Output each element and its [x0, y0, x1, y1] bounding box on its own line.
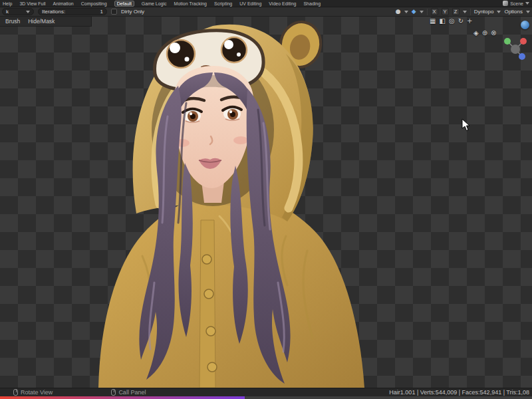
divider	[470, 9, 471, 15]
matcap-icon[interactable]: ◎	[449, 18, 455, 25]
chevron-down-icon	[26, 11, 30, 13]
rotate-icon[interactable]: ↻	[458, 18, 464, 25]
rotate-view-hint: Rotate View	[21, 389, 53, 396]
viewport-shading-sphere-icon[interactable]	[521, 21, 529, 29]
add-icon[interactable]: +	[467, 18, 472, 25]
brush-select-dropdown[interactable]: k	[2, 8, 34, 15]
scene-selector-label: Scene	[510, 1, 523, 6]
blender-window: Help 3D View Full Animation Compositing …	[0, 0, 532, 399]
symmetry-x-button[interactable]: X	[431, 8, 438, 15]
call-panel-hint: Call Panel	[118, 389, 146, 396]
divider	[427, 9, 428, 15]
viewport-menu-strip: Brush Hide/Mask	[0, 17, 92, 27]
toolbar-right-cluster: ● ◆ X Y Z Dyntopo Options	[396, 8, 530, 15]
status-left-hint: Rotate View	[13, 389, 53, 396]
brush-select-value: k	[6, 9, 9, 15]
layout-tab-3d-view-full[interactable]: 3D View Full	[19, 1, 45, 6]
layout-tab-shading[interactable]: Shading	[303, 1, 321, 6]
chevron-down-icon	[497, 11, 501, 13]
video-progress-bar[interactable]	[0, 396, 532, 399]
grid-icon[interactable]: ▦	[430, 18, 436, 25]
status-bar: Rotate View Call Panel Hair1.001 | Verts…	[0, 388, 532, 396]
options-menu[interactable]: Options	[504, 9, 523, 15]
chevron-down-icon	[420, 11, 424, 13]
mouse-left-icon	[13, 389, 18, 396]
character-model	[0, 17, 532, 388]
brush-menu[interactable]: Brush	[5, 18, 20, 25]
shaded-icon[interactable]: ◧	[439, 18, 445, 25]
layout-tab-motion-tracking[interactable]: Motion Tracking	[174, 1, 207, 6]
chevron-down-icon	[525, 2, 529, 5]
3d-viewport[interactable]: ▦ ◧ ◎ ↻ + ◈ ⊕ ⊗	[0, 17, 532, 388]
scene-icon	[503, 1, 508, 6]
diamond-icon[interactable]: ◈	[473, 30, 479, 37]
status-middle-hint: Call Panel	[111, 389, 146, 396]
iterations-field[interactable]: Iterations: 1	[38, 8, 107, 15]
layout-tab-game-logic[interactable]: Game Logic	[142, 1, 167, 6]
layout-tab-compositing[interactable]: Compositing	[81, 1, 107, 6]
chevron-down-icon	[526, 11, 530, 13]
symmetry-y-button[interactable]: Y	[442, 8, 449, 15]
plus-circle-icon[interactable]: ⊕	[482, 30, 487, 37]
shading-mode-icon[interactable]: ●	[396, 9, 401, 15]
symmetry-z-button[interactable]: Z	[452, 8, 460, 15]
top-menu-bar: Help 3D View Full Animation Compositing …	[0, 0, 532, 7]
object-stats: Hair1.001 | Verts:544,009 | Faces:542,94…	[389, 389, 529, 396]
mouse-right-icon	[111, 389, 116, 396]
viewport-tool-icons: ◈ ⊕ ⊗	[473, 30, 496, 37]
iterations-value: 1	[100, 9, 103, 15]
dyntopo-menu[interactable]: Dyntopo	[474, 9, 494, 15]
layout-tab-animation[interactable]: Animation	[53, 1, 74, 6]
chevron-down-icon	[404, 11, 408, 13]
navigation-gizmo[interactable]	[503, 35, 528, 62]
dirty-only-label: Dirty Only	[121, 9, 144, 15]
dirty-only-checkbox[interactable]	[111, 9, 117, 15]
iterations-label: Iterations:	[42, 9, 65, 15]
viewport-overlay-icons: ▦ ◧ ◎ ↻ +	[430, 18, 472, 25]
sculpt-toolbar: k Iterations: 1 Dirty Only ● ◆ X Y Z Dyn…	[0, 7, 532, 17]
layout-tab-uv-editing[interactable]: UV Editing	[239, 1, 261, 6]
layout-tab-scripting[interactable]: Scripting	[214, 1, 232, 6]
layout-tab-default[interactable]: Default	[114, 1, 134, 7]
scene-selector[interactable]: Scene	[503, 1, 529, 6]
multiply-circle-icon[interactable]: ⊗	[491, 30, 496, 37]
hide-mask-menu[interactable]: Hide/Mask	[28, 18, 55, 25]
chevron-down-icon	[463, 11, 467, 13]
mouse-cursor	[462, 118, 471, 132]
menu-help[interactable]: Help	[3, 1, 12, 6]
layout-tab-video-editing[interactable]: Video Editing	[269, 1, 296, 6]
video-progress-watched	[0, 396, 245, 399]
snap-icon[interactable]: ◆	[412, 9, 416, 15]
